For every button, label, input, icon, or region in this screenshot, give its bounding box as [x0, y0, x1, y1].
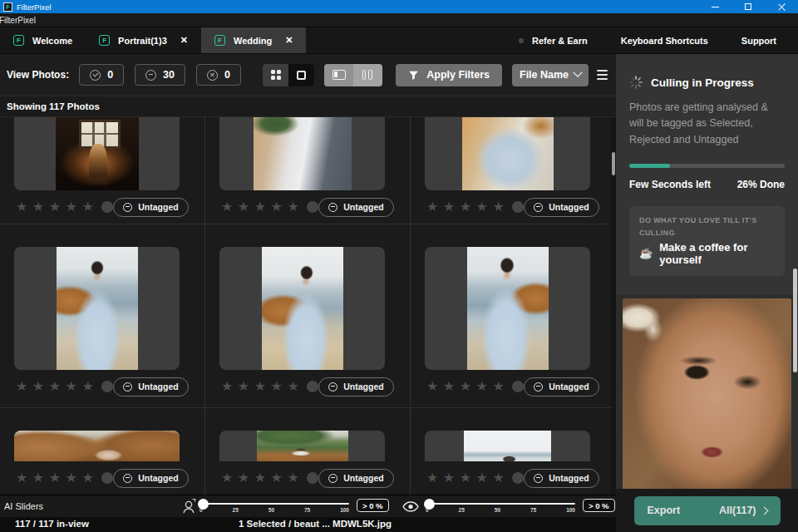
star-rating[interactable]: ★★★★★ [426, 380, 524, 393]
untagged-badge[interactable]: Untagged [113, 377, 188, 397]
star-icon[interactable]: ★ [254, 380, 266, 393]
support-link[interactable]: Support [741, 36, 776, 46]
photo-thumbnail[interactable] [56, 117, 139, 190]
star-icon[interactable]: ★ [287, 380, 298, 393]
photo-cell[interactable]: ★★★★★ Untagged [205, 117, 411, 224]
photo-cell[interactable]: ★★★★★ Untagged [411, 117, 616, 224]
tab-close-icon[interactable]: ✕ [180, 35, 188, 46]
slider-track[interactable] [200, 503, 349, 505]
eye-slider[interactable]: 0255075100 [426, 500, 575, 513]
selected-filter-button[interactable]: 0 [79, 64, 124, 86]
untagged-badge[interactable]: Untagged [524, 469, 598, 488]
color-label-icon[interactable] [512, 201, 524, 213]
untagged-badge[interactable]: Untagged [113, 198, 188, 217]
star-icon[interactable]: ★ [426, 200, 438, 214]
tab-close-icon[interactable]: ✕ [285, 35, 293, 46]
untagged-badge[interactable]: Untagged [113, 469, 188, 488]
photo-cell[interactable]: ★★★★★ Untagged [205, 247, 411, 407]
color-label-icon[interactable] [512, 472, 524, 484]
star-icon[interactable]: ★ [443, 380, 455, 393]
menu-button[interactable] [597, 70, 608, 80]
untagged-badge[interactable]: Untagged [524, 198, 598, 217]
maximize-button[interactable] [732, 0, 765, 13]
star-rating[interactable]: ★★★★★ [426, 200, 524, 214]
photo-thumbnail[interactable] [262, 247, 343, 370]
star-icon[interactable]: ★ [221, 471, 233, 485]
star-icon[interactable]: ★ [443, 200, 455, 214]
star-icon[interactable]: ★ [492, 200, 504, 214]
star-icon[interactable]: ★ [476, 200, 488, 214]
compare-view-button[interactable] [324, 64, 353, 86]
star-icon[interactable]: ★ [221, 200, 233, 214]
keyboard-shortcuts-link[interactable]: Keyboard Shortcuts [621, 36, 708, 46]
star-rating[interactable]: ★★★★★ [221, 200, 318, 214]
untagged-badge[interactable]: Untagged [318, 198, 393, 217]
star-icon[interactable]: ★ [492, 380, 504, 393]
star-icon[interactable]: ★ [426, 380, 438, 393]
star-icon[interactable]: ★ [271, 380, 283, 393]
grid-scrollbar-thumb[interactable] [612, 152, 615, 175]
photo-thumbnail[interactable] [464, 431, 551, 461]
close-button[interactable] [765, 0, 798, 13]
star-icon[interactable]: ★ [81, 200, 93, 214]
star-icon[interactable]: ★ [492, 471, 504, 485]
star-icon[interactable]: ★ [49, 471, 61, 485]
eye-threshold-button[interactable]: > 0 % [583, 499, 615, 512]
photo-thumbnail[interactable] [467, 247, 549, 370]
color-label-icon[interactable] [307, 472, 318, 484]
sort-by-dropdown[interactable]: File Name [512, 64, 589, 86]
photo-thumbnail[interactable] [462, 117, 554, 190]
star-icon[interactable]: ★ [16, 200, 27, 214]
star-icon[interactable]: ★ [460, 471, 471, 485]
star-rating[interactable]: ★★★★★ [221, 380, 318, 393]
star-icon[interactable]: ★ [238, 380, 249, 393]
photo-cell[interactable]: ★★★★★ Untagged [0, 431, 205, 495]
tab-portrait[interactable]: F Portrait(1)3 ✕ [86, 27, 201, 53]
star-icon[interactable]: ★ [460, 380, 471, 393]
star-icon[interactable]: ★ [16, 380, 27, 393]
slider-handle[interactable] [424, 499, 435, 510]
star-icon[interactable]: ★ [254, 471, 266, 485]
minimize-button[interactable] [698, 0, 732, 13]
star-icon[interactable]: ★ [271, 471, 283, 485]
star-icon[interactable]: ★ [476, 380, 488, 393]
star-icon[interactable]: ★ [238, 471, 249, 485]
star-icon[interactable]: ★ [49, 380, 61, 393]
tab-wedding[interactable]: F Wedding ✕ [201, 27, 306, 53]
star-icon[interactable]: ★ [221, 380, 233, 393]
untagged-badge[interactable]: Untagged [524, 377, 598, 397]
photo-thumbnail[interactable] [254, 117, 352, 190]
face-threshold-button[interactable]: > 0 % [357, 499, 389, 512]
color-label-icon[interactable] [101, 201, 113, 213]
star-icon[interactable]: ★ [443, 471, 455, 485]
star-icon[interactable]: ★ [49, 200, 61, 214]
tab-welcome[interactable]: F Welcome [0, 27, 86, 53]
sidebar-scrollbar-thumb[interactable] [793, 268, 797, 372]
star-rating[interactable]: ★★★★★ [16, 471, 113, 485]
star-icon[interactable]: ★ [287, 200, 298, 214]
star-icon[interactable]: ★ [66, 380, 77, 393]
untagged-filter-button[interactable]: 30 [135, 64, 185, 86]
photo-thumbnail[interactable] [57, 247, 138, 370]
star-icon[interactable]: ★ [287, 471, 298, 485]
rejected-filter-button[interactable]: 0 [196, 64, 241, 86]
star-icon[interactable]: ★ [66, 471, 77, 485]
face-zoom-preview[interactable] [623, 298, 791, 489]
color-label-icon[interactable] [101, 472, 113, 484]
color-label-icon[interactable] [307, 201, 318, 213]
single-view-button[interactable] [288, 64, 314, 86]
photo-cell[interactable]: ★★★★★ Untagged [411, 247, 616, 407]
star-rating[interactable]: ★★★★★ [16, 380, 113, 393]
photo-cell[interactable]: ★★★★★ Untagged [411, 431, 616, 495]
photo-thumbnail[interactable] [257, 431, 348, 461]
untagged-badge[interactable]: Untagged [318, 377, 393, 397]
star-icon[interactable]: ★ [460, 200, 471, 214]
color-label-icon[interactable] [101, 381, 113, 392]
star-icon[interactable]: ★ [16, 471, 27, 485]
star-icon[interactable]: ★ [32, 380, 44, 393]
star-rating[interactable]: ★★★★★ [426, 471, 524, 485]
star-rating[interactable]: ★★★★★ [221, 471, 318, 485]
photo-cell[interactable]: ★★★★★ Untagged [0, 117, 205, 224]
refer-earn-link[interactable]: Refer & Earn [532, 36, 588, 46]
star-icon[interactable]: ★ [81, 380, 93, 393]
